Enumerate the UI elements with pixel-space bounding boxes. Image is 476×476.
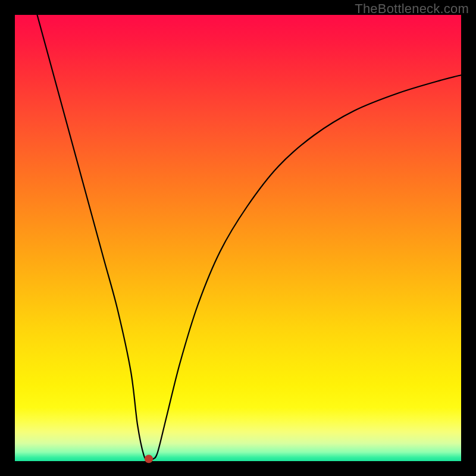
bottleneck-curve	[37, 15, 462, 460]
minimum-marker	[145, 455, 153, 463]
plot-area	[15, 15, 461, 461]
chart-frame: TheBottleneck.com	[0, 0, 476, 476]
plot-svg	[15, 15, 461, 461]
watermark-text: TheBottleneck.com	[355, 1, 469, 17]
